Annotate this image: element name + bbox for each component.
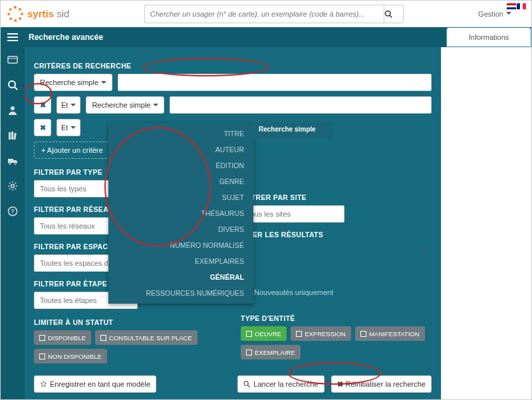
search-form: CRITÈRES DE RECHERCHE Recherche simple ✖… — [25, 47, 441, 399]
svg-point-6 — [11, 106, 15, 110]
cat-general[interactable]: GÉNÉRAL — [108, 269, 253, 285]
reset-search-button[interactable]: ✖Réinitialiser la recherche — [331, 375, 432, 393]
cat-sujet[interactable]: SUJET — [108, 189, 253, 205]
svg-rect-10 — [8, 159, 13, 163]
logo-icon — [7, 6, 23, 22]
status-nondispo[interactable]: NON DISPONIBLE — [34, 349, 107, 363]
sidebar-help-icon[interactable]: ? — [7, 205, 19, 217]
entity-chips: OEUVRE EXPRESSION MANIFESTATION EXEMPLAI… — [241, 326, 432, 359]
svg-point-0 — [385, 11, 390, 16]
svg-rect-8 — [11, 132, 13, 140]
svg-point-16 — [244, 381, 248, 385]
entity-exemplaire[interactable]: EXEMPLAIRE — [241, 345, 301, 359]
svg-point-12 — [15, 163, 17, 165]
criterion-category-popover: Recherche simple TITRE AUTEUR ÉDITION GE… — [108, 123, 253, 304]
info-panel — [441, 47, 531, 399]
cat-ressources[interactable]: RESSOURCES NUMÉRIQUES — [108, 285, 253, 301]
informations-tab[interactable]: Informations — [446, 27, 531, 47]
popover-subitem[interactable]: Recherche simple — [253, 123, 333, 139]
svg-line-5 — [15, 87, 17, 90]
remove-criterion-3[interactable]: ✖ — [34, 119, 51, 136]
status-chips: DISPONIBLE CONSULTABLE SUR PLACE NON DIS… — [34, 330, 225, 363]
topbar: syrtis sid Gestion — [1, 1, 531, 27]
sidebar-card-icon[interactable] — [7, 54, 19, 66]
sidebar-user-icon[interactable] — [7, 104, 19, 116]
sidebar: ? — [1, 47, 25, 399]
cat-exemplaires[interactable]: EXEMPLAIRES — [108, 253, 253, 269]
lang-fr-flag[interactable] — [517, 3, 526, 9]
cat-genre[interactable]: GENRE — [108, 173, 253, 189]
svg-line-17 — [248, 385, 250, 387]
operator-dropdown-3[interactable]: Et — [57, 119, 80, 136]
sidebar-truck-icon[interactable] — [7, 155, 19, 167]
cat-titre[interactable]: TITRE — [108, 126, 253, 142]
sidebar-books-icon[interactable] — [7, 130, 19, 142]
cat-numero[interactable]: NUMÉRO NORMALISÉ — [108, 237, 253, 253]
logo[interactable]: syrtis sid — [7, 6, 69, 22]
criterion-type-dropdown-1[interactable]: Recherche simple — [34, 74, 112, 91]
criterion-type-dropdown-2[interactable]: Recherche simple — [86, 96, 164, 114]
sidebar-gear-icon[interactable] — [7, 180, 19, 192]
svg-point-11 — [9, 163, 11, 165]
entity-manifestation[interactable]: MANIFESTATION — [355, 326, 425, 341]
svg-rect-2 — [8, 56, 17, 63]
nouveautes-checkbox[interactable]: Nouveautés uniquement — [241, 288, 432, 297]
entity-oeuvre[interactable]: OEUVRE — [241, 326, 287, 341]
svg-point-4 — [9, 81, 15, 88]
cat-auteur[interactable]: AUTEUR — [108, 142, 253, 157]
svg-text:?: ? — [11, 208, 15, 215]
filter-site-input[interactable] — [241, 205, 344, 223]
launch-search-button[interactable]: Lancer la recherche — [237, 375, 324, 393]
criterion-value-1[interactable] — [118, 74, 432, 91]
hamburger-icon[interactable] — [1, 27, 25, 47]
operator-dropdown-2[interactable]: Et — [57, 96, 80, 114]
status-heading: LIMITER À UN STATUT — [34, 318, 225, 326]
criterion-value-2[interactable] — [170, 96, 432, 114]
page-title: Recherche avancée — [25, 33, 103, 42]
remove-criterion-2[interactable]: ✖ — [34, 96, 51, 114]
cat-divers[interactable]: DIVERS — [108, 221, 253, 237]
gestion-menu[interactable]: Gestion — [478, 10, 511, 18]
lang-uk-flag[interactable] — [507, 3, 516, 9]
svg-rect-9 — [13, 133, 16, 140]
status-disponible[interactable]: DISPONIBLE — [34, 330, 91, 345]
sidebar-search-icon[interactable] — [7, 79, 19, 91]
criteria-heading: CRITÈRES DE RECHERCHE — [34, 62, 432, 70]
entity-heading: TYPE D'ENTITÉ — [241, 314, 432, 322]
cat-thesaurus[interactable]: THÉSAURUS — [108, 205, 253, 221]
sort-heading: TRIER LES RÉSULTATS — [241, 231, 432, 239]
svg-rect-7 — [9, 132, 11, 140]
global-search-button[interactable] — [384, 5, 404, 23]
add-criterion-button[interactable]: + Ajouter un critère — [34, 142, 110, 159]
cat-edition[interactable]: ÉDITION — [108, 157, 253, 173]
svg-line-1 — [390, 15, 392, 17]
global-search-input[interactable] — [144, 5, 384, 23]
svg-point-13 — [11, 185, 15, 188]
filter-site-heading: FILTRER PAR SITE — [241, 193, 432, 201]
entity-expression[interactable]: EXPRESSION — [291, 326, 351, 341]
status-consultable[interactable]: CONSULTABLE SUR PLACE — [95, 330, 198, 345]
save-template-button[interactable]: Enregistrer en tant que modèle — [34, 375, 156, 393]
